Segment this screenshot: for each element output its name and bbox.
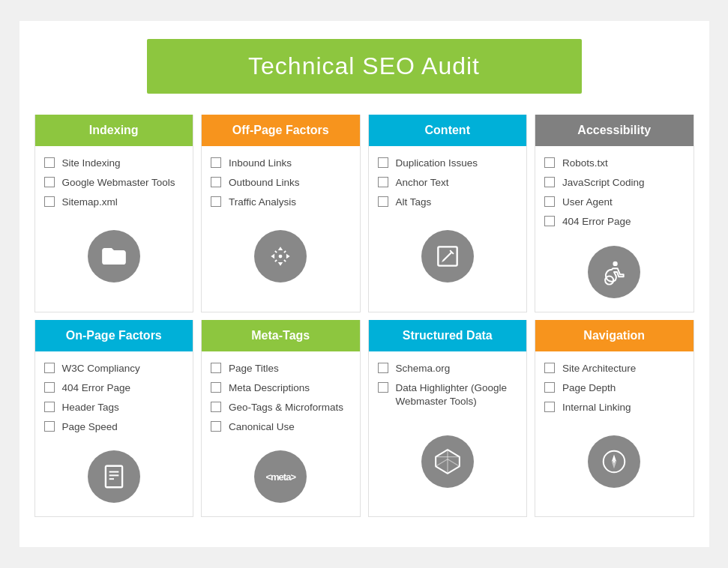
- item-label: Inbound Links: [229, 157, 292, 170]
- row2-grid: On-Page FactorsW3C Compliancy404 Error P…: [34, 320, 694, 518]
- list-item: Header Tags: [44, 401, 184, 414]
- checkbox[interactable]: [211, 196, 221, 207]
- card-body-meta-tags: Page TitlesMeta DescriptionsGeo-Tags & M…: [202, 351, 360, 517]
- card-header-off-page: Off-Page Factors: [202, 115, 360, 146]
- title-bar: Technical SEO Audit: [147, 39, 582, 94]
- card-body-navigation: Site ArchitecturePage DepthInternal Link…: [535, 351, 694, 501]
- checkbox[interactable]: [378, 177, 388, 187]
- list-item: Schema.org: [378, 362, 518, 375]
- list-item: User Agent: [544, 196, 685, 209]
- checkbox[interactable]: [44, 421, 55, 432]
- item-label: JavaScript Coding: [562, 176, 645, 190]
- list-item: Page Speed: [44, 420, 184, 434]
- checkbox[interactable]: [544, 196, 555, 207]
- checkbox[interactable]: [44, 196, 55, 207]
- card-structured-data: Structured DataSchema.orgData Highlighte…: [368, 320, 528, 518]
- item-label: Internal Linking: [562, 401, 631, 414]
- checkbox[interactable]: [211, 402, 221, 412]
- item-label: Header Tags: [62, 401, 119, 414]
- checkbox[interactable]: [44, 157, 55, 168]
- list-item: 404 Error Page: [544, 215, 685, 229]
- item-label: Alt Tags: [396, 196, 432, 209]
- checkbox[interactable]: [378, 157, 388, 168]
- arrows-icon: [254, 230, 307, 283]
- list-item: Inbound Links: [211, 157, 351, 170]
- checkbox[interactable]: [44, 177, 55, 187]
- item-label: Sitemap.xml: [62, 196, 118, 209]
- folder-icon: [88, 230, 140, 283]
- list-item: Anchor Text: [378, 176, 518, 190]
- card-body-indexing: Site IndexingGoogle Webmaster ToolsSitem…: [35, 146, 193, 296]
- svg-line-11: [436, 459, 448, 466]
- card-header-accessibility: Accessibility: [535, 115, 694, 146]
- item-label: Outbound Links: [229, 176, 300, 190]
- checkbox[interactable]: [544, 216, 555, 226]
- item-label: Page Titles: [229, 362, 279, 375]
- checklist-content: Duplication IssuesAnchor TextAlt Tags: [378, 157, 518, 220]
- item-label: 404 Error Page: [562, 215, 631, 229]
- card-content: ContentDuplication IssuesAnchor TextAlt …: [368, 115, 528, 312]
- checkbox[interactable]: [544, 363, 555, 373]
- checkbox[interactable]: [211, 421, 221, 432]
- list-item: Duplication Issues: [378, 157, 518, 170]
- checkbox[interactable]: [544, 177, 555, 187]
- item-label: Duplication Issues: [396, 157, 478, 170]
- card-body-content: Duplication IssuesAnchor TextAlt Tags: [369, 146, 527, 296]
- card-body-off-page: Inbound LinksOutbound LinksTraffic Analy…: [202, 146, 360, 296]
- checklist-off-page: Inbound LinksOutbound LinksTraffic Analy…: [211, 157, 351, 220]
- checklist-indexing: Site IndexingGoogle Webmaster ToolsSitem…: [44, 157, 184, 220]
- document-icon: [88, 450, 140, 503]
- item-label: Schema.org: [396, 362, 451, 375]
- item-label: Data Highlighter (Google Webmaster Tools…: [396, 381, 518, 408]
- checkbox[interactable]: [211, 177, 221, 187]
- list-item: W3C Compliancy: [44, 362, 184, 375]
- list-item: Data Highlighter (Google Webmaster Tools…: [378, 381, 518, 408]
- card-header-meta-tags: Meta-Tags: [202, 320, 360, 351]
- checkbox[interactable]: [211, 363, 221, 373]
- list-item: Sitemap.xml: [44, 196, 184, 209]
- card-navigation: NavigationSite ArchitecturePage DepthInt…: [535, 320, 694, 518]
- card-header-structured-data: Structured Data: [369, 320, 527, 351]
- checkbox[interactable]: [44, 382, 55, 393]
- list-item: Google Webmaster Tools: [44, 176, 184, 190]
- checkbox[interactable]: [211, 382, 221, 393]
- item-label: W3C Compliancy: [62, 362, 140, 375]
- item-label: Robots.txt: [562, 157, 608, 170]
- checkbox[interactable]: [544, 402, 555, 412]
- svg-rect-5: [106, 466, 122, 488]
- checkbox[interactable]: [44, 363, 55, 373]
- item-label: Meta Descriptions: [229, 381, 310, 395]
- item-label: Geo-Tags & Microformats: [229, 401, 343, 414]
- row1-grid: IndexingSite IndexingGoogle Webmaster To…: [34, 115, 694, 312]
- page-wrapper: Technical SEO Audit IndexingSite Indexin…: [19, 21, 709, 548]
- list-item: Page Depth: [544, 381, 685, 395]
- checklist-structured-data: Schema.orgData Highlighter (Google Webma…: [378, 362, 518, 425]
- card-header-navigation: Navigation: [535, 320, 694, 351]
- card-header-on-page: On-Page Factors: [35, 320, 193, 351]
- item-label: Site Indexing: [62, 157, 121, 170]
- checkbox[interactable]: [378, 363, 388, 373]
- checkbox[interactable]: [378, 382, 388, 393]
- card-header-content: Content: [369, 115, 527, 146]
- compass-icon: [588, 435, 640, 488]
- checkbox[interactable]: [544, 157, 555, 168]
- list-item: Canonical Use: [211, 420, 351, 434]
- checkbox[interactable]: [378, 196, 388, 207]
- list-item: Site Architecture: [544, 362, 685, 375]
- card-body-structured-data: Schema.orgData Highlighter (Google Webma…: [369, 351, 527, 501]
- svg-point-0: [279, 254, 283, 258]
- list-item: JavaScript Coding: [544, 176, 685, 190]
- list-item: Alt Tags: [378, 196, 518, 209]
- list-item: Site Indexing: [44, 157, 184, 170]
- checkbox[interactable]: [544, 382, 555, 393]
- item-label: 404 Error Page: [62, 381, 131, 395]
- list-item: Page Titles: [211, 362, 351, 375]
- card-body-accessibility: Robots.txtJavaScript CodingUser Agent404…: [535, 146, 694, 312]
- checkbox[interactable]: [211, 157, 221, 168]
- meta-icon: <meta>: [254, 450, 307, 503]
- list-item: Geo-Tags & Microformats: [211, 401, 351, 414]
- item-label: Anchor Text: [396, 176, 449, 190]
- checkbox[interactable]: [44, 402, 55, 412]
- card-body-on-page: W3C Compliancy404 Error PageHeader TagsP…: [35, 351, 193, 517]
- card-header-indexing: Indexing: [35, 115, 193, 146]
